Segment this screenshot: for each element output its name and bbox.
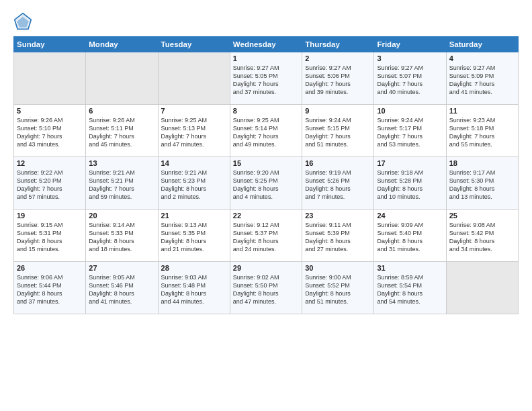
week-row-4: 26Sunrise: 9:06 AM Sunset: 5:44 PM Dayli… — [14, 262, 519, 314]
cell-info: Sunrise: 9:06 AM Sunset: 5:44 PM Dayligh… — [17, 273, 83, 306]
day-number: 28 — [161, 264, 227, 272]
calendar-cell: 27Sunrise: 9:05 AM Sunset: 5:46 PM Dayli… — [86, 262, 158, 314]
day-number: 26 — [17, 264, 83, 272]
header-cell-sunday: Sunday — [14, 37, 86, 52]
cell-info: Sunrise: 9:02 AM Sunset: 5:50 PM Dayligh… — [233, 273, 299, 306]
day-number: 25 — [449, 212, 515, 220]
day-number: 11 — [449, 107, 515, 115]
calendar-cell: 11Sunrise: 9:23 AM Sunset: 5:18 PM Dayli… — [446, 105, 518, 157]
cell-info: Sunrise: 9:25 AM Sunset: 5:13 PM Dayligh… — [161, 116, 227, 149]
calendar-cell: 24Sunrise: 9:09 AM Sunset: 5:40 PM Dayli… — [374, 210, 446, 262]
header-cell-monday: Monday — [86, 37, 158, 52]
header-cell-saturday: Saturday — [446, 37, 518, 52]
day-number: 9 — [305, 107, 371, 115]
header-cell-tuesday: Tuesday — [158, 37, 230, 52]
day-number: 23 — [305, 212, 371, 220]
calendar-cell: 25Sunrise: 9:08 AM Sunset: 5:42 PM Dayli… — [446, 210, 518, 262]
logo-icon — [13, 12, 32, 31]
week-row-1: 5Sunrise: 9:26 AM Sunset: 5:10 PM Daylig… — [14, 105, 519, 157]
day-number: 19 — [17, 212, 83, 220]
day-number: 22 — [233, 212, 299, 220]
day-number: 31 — [377, 264, 443, 272]
day-number: 10 — [377, 107, 443, 115]
cell-info: Sunrise: 9:09 AM Sunset: 5:40 PM Dayligh… — [377, 221, 443, 254]
day-number: 12 — [17, 159, 83, 167]
week-row-0: 1Sunrise: 9:27 AM Sunset: 5:05 PM Daylig… — [14, 52, 519, 105]
calendar-cell: 4Sunrise: 9:27 AM Sunset: 5:09 PM Daylig… — [446, 52, 518, 105]
header-cell-friday: Friday — [374, 37, 446, 52]
day-number: 27 — [89, 264, 154, 272]
cell-info: Sunrise: 9:05 AM Sunset: 5:46 PM Dayligh… — [89, 273, 154, 306]
day-number: 24 — [377, 212, 443, 220]
calendar-cell — [14, 52, 86, 105]
cell-info: Sunrise: 9:17 AM Sunset: 5:30 PM Dayligh… — [449, 169, 515, 201]
cell-info: Sunrise: 9:08 AM Sunset: 5:42 PM Dayligh… — [449, 221, 515, 254]
cell-info: Sunrise: 9:14 AM Sunset: 5:33 PM Dayligh… — [89, 221, 154, 254]
calendar-header: SundayMondayTuesdayWednesdayThursdayFrid… — [14, 37, 519, 52]
cell-info: Sunrise: 9:25 AM Sunset: 5:14 PM Dayligh… — [233, 116, 299, 149]
calendar-cell: 2Sunrise: 9:27 AM Sunset: 5:06 PM Daylig… — [302, 52, 374, 105]
day-number: 21 — [161, 212, 227, 220]
calendar-cell: 26Sunrise: 9:06 AM Sunset: 5:44 PM Dayli… — [14, 262, 86, 314]
calendar-cell: 10Sunrise: 9:24 AM Sunset: 5:17 PM Dayli… — [374, 105, 446, 157]
calendar-cell: 19Sunrise: 9:15 AM Sunset: 5:31 PM Dayli… — [14, 210, 86, 262]
header — [13, 12, 519, 31]
header-cell-wednesday: Wednesday — [230, 37, 302, 52]
calendar-cell: 12Sunrise: 9:22 AM Sunset: 5:20 PM Dayli… — [14, 157, 86, 210]
calendar-cell: 16Sunrise: 9:19 AM Sunset: 5:26 PM Dayli… — [302, 157, 374, 210]
calendar-cell: 23Sunrise: 9:11 AM Sunset: 5:39 PM Dayli… — [302, 210, 374, 262]
day-number: 1 — [233, 54, 299, 62]
calendar-cell: 31Sunrise: 8:59 AM Sunset: 5:54 PM Dayli… — [374, 262, 446, 314]
calendar-cell — [158, 52, 230, 105]
header-cell-thursday: Thursday — [302, 37, 374, 52]
calendar-cell: 20Sunrise: 9:14 AM Sunset: 5:33 PM Dayli… — [86, 210, 158, 262]
day-number: 14 — [161, 159, 227, 167]
day-number: 30 — [305, 264, 371, 272]
cell-info: Sunrise: 9:24 AM Sunset: 5:15 PM Dayligh… — [305, 116, 371, 149]
day-number: 5 — [17, 107, 83, 115]
cell-info: Sunrise: 9:19 AM Sunset: 5:26 PM Dayligh… — [305, 169, 371, 201]
cell-info: Sunrise: 9:26 AM Sunset: 5:11 PM Dayligh… — [89, 116, 154, 149]
cell-info: Sunrise: 9:24 AM Sunset: 5:17 PM Dayligh… — [377, 116, 443, 149]
cell-info: Sunrise: 8:59 AM Sunset: 5:54 PM Dayligh… — [377, 273, 443, 306]
calendar-cell: 5Sunrise: 9:26 AM Sunset: 5:10 PM Daylig… — [14, 105, 86, 157]
calendar-cell: 1Sunrise: 9:27 AM Sunset: 5:05 PM Daylig… — [230, 52, 302, 105]
calendar-cell: 9Sunrise: 9:24 AM Sunset: 5:15 PM Daylig… — [302, 105, 374, 157]
page: SundayMondayTuesdayWednesdayThursdayFrid… — [0, 0, 532, 411]
calendar-cell: 28Sunrise: 9:03 AM Sunset: 5:48 PM Dayli… — [158, 262, 230, 314]
cell-info: Sunrise: 9:00 AM Sunset: 5:52 PM Dayligh… — [305, 273, 371, 306]
day-number: 4 — [449, 54, 515, 62]
cell-info: Sunrise: 9:13 AM Sunset: 5:35 PM Dayligh… — [161, 221, 227, 254]
calendar-cell — [446, 262, 518, 314]
header-row: SundayMondayTuesdayWednesdayThursdayFrid… — [14, 37, 519, 52]
week-row-2: 12Sunrise: 9:22 AM Sunset: 5:20 PM Dayli… — [14, 157, 519, 210]
calendar-cell: 17Sunrise: 9:18 AM Sunset: 5:28 PM Dayli… — [374, 157, 446, 210]
cell-info: Sunrise: 9:26 AM Sunset: 5:10 PM Dayligh… — [17, 116, 83, 149]
cell-info: Sunrise: 9:15 AM Sunset: 5:31 PM Dayligh… — [17, 221, 83, 254]
week-row-3: 19Sunrise: 9:15 AM Sunset: 5:31 PM Dayli… — [14, 210, 519, 262]
calendar-cell: 22Sunrise: 9:12 AM Sunset: 5:37 PM Dayli… — [230, 210, 302, 262]
cell-info: Sunrise: 9:27 AM Sunset: 5:09 PM Dayligh… — [449, 64, 515, 97]
day-number: 16 — [305, 159, 371, 167]
day-number: 13 — [89, 159, 154, 167]
calendar-cell: 8Sunrise: 9:25 AM Sunset: 5:14 PM Daylig… — [230, 105, 302, 157]
calendar-body: 1Sunrise: 9:27 AM Sunset: 5:05 PM Daylig… — [14, 52, 519, 314]
cell-info: Sunrise: 9:27 AM Sunset: 5:06 PM Dayligh… — [305, 64, 371, 97]
day-number: 15 — [233, 159, 299, 167]
calendar-cell — [86, 52, 158, 105]
calendar-cell: 7Sunrise: 9:25 AM Sunset: 5:13 PM Daylig… — [158, 105, 230, 157]
cell-info: Sunrise: 9:22 AM Sunset: 5:20 PM Dayligh… — [17, 169, 83, 201]
day-number: 17 — [377, 159, 443, 167]
cell-info: Sunrise: 9:27 AM Sunset: 5:05 PM Dayligh… — [233, 64, 299, 97]
cell-info: Sunrise: 9:23 AM Sunset: 5:18 PM Dayligh… — [449, 116, 515, 149]
day-number: 3 — [377, 54, 443, 62]
day-number: 20 — [89, 212, 154, 220]
day-number: 2 — [305, 54, 371, 62]
cell-info: Sunrise: 9:12 AM Sunset: 5:37 PM Dayligh… — [233, 221, 299, 254]
calendar-cell: 13Sunrise: 9:21 AM Sunset: 5:21 PM Dayli… — [86, 157, 158, 210]
day-number: 8 — [233, 107, 299, 115]
calendar-cell: 14Sunrise: 9:21 AM Sunset: 5:23 PM Dayli… — [158, 157, 230, 210]
calendar-cell: 29Sunrise: 9:02 AM Sunset: 5:50 PM Dayli… — [230, 262, 302, 314]
calendar-cell: 3Sunrise: 9:27 AM Sunset: 5:07 PM Daylig… — [374, 52, 446, 105]
day-number: 7 — [161, 107, 227, 115]
